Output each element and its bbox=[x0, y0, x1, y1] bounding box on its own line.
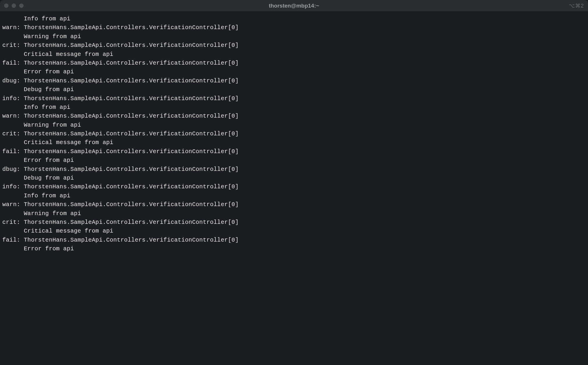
log-prefix: crit: bbox=[2, 42, 24, 49]
log-prefix: warn: bbox=[2, 24, 24, 31]
log-prefix: crit: bbox=[2, 130, 24, 137]
log-text: ThorstenHans.SampleApi.Controllers.Verif… bbox=[24, 201, 239, 208]
log-line: Error from api bbox=[2, 156, 586, 165]
log-line: Info from api bbox=[2, 103, 586, 112]
log-prefix bbox=[2, 157, 24, 164]
log-prefix bbox=[2, 15, 24, 22]
log-prefix: warn: bbox=[2, 113, 24, 119]
titlebar[interactable]: thorsten@mbp14:~ ⌥⌘2 bbox=[0, 0, 588, 12]
terminal-window: thorsten@mbp14:~ ⌥⌘2 Info from apiwarn: … bbox=[0, 0, 588, 365]
log-prefix bbox=[2, 228, 24, 234]
log-line: Critical message from api bbox=[2, 227, 586, 235]
log-text: ThorstenHans.SampleApi.Controllers.Verif… bbox=[24, 95, 239, 102]
log-line: Error from api bbox=[2, 244, 586, 253]
log-prefix bbox=[2, 192, 24, 199]
log-prefix: dbug: bbox=[2, 166, 24, 173]
log-prefix: fail: bbox=[2, 148, 24, 155]
log-line: dbug: ThorstenHans.SampleApi.Controllers… bbox=[2, 77, 586, 85]
log-line: dbug: ThorstenHans.SampleApi.Controllers… bbox=[2, 165, 586, 174]
log-text: ThorstenHans.SampleApi.Controllers.Verif… bbox=[24, 183, 239, 190]
log-text: ThorstenHans.SampleApi.Controllers.Verif… bbox=[24, 219, 239, 226]
log-text: Warning from api bbox=[24, 210, 81, 217]
log-text: Error from api bbox=[24, 157, 74, 164]
log-line: fail: ThorstenHans.SampleApi.Controllers… bbox=[2, 59, 586, 68]
log-prefix: info: bbox=[2, 95, 24, 102]
log-prefix bbox=[2, 122, 24, 128]
log-text: ThorstenHans.SampleApi.Controllers.Verif… bbox=[24, 24, 239, 31]
log-text: Debug from api bbox=[24, 175, 74, 181]
log-text: Critical message from api bbox=[24, 139, 114, 146]
log-line: info: ThorstenHans.SampleApi.Controllers… bbox=[2, 94, 586, 103]
log-text: ThorstenHans.SampleApi.Controllers.Verif… bbox=[24, 130, 239, 137]
log-text: Warning from api bbox=[24, 33, 81, 40]
log-prefix bbox=[2, 68, 24, 75]
log-text: Info from api bbox=[24, 192, 70, 199]
log-line: warn: ThorstenHans.SampleApi.Controllers… bbox=[2, 23, 586, 32]
log-text: ThorstenHans.SampleApi.Controllers.Verif… bbox=[24, 60, 239, 66]
log-prefix: fail: bbox=[2, 60, 24, 66]
log-prefix: dbug: bbox=[2, 77, 24, 84]
log-prefix bbox=[2, 86, 24, 93]
log-prefix bbox=[2, 139, 24, 146]
log-line: Warning from api bbox=[2, 32, 586, 41]
log-line: warn: ThorstenHans.SampleApi.Controllers… bbox=[2, 112, 586, 121]
log-line: Critical message from api bbox=[2, 138, 586, 147]
log-line: crit: ThorstenHans.SampleApi.Controllers… bbox=[2, 218, 586, 227]
log-line: Critical message from api bbox=[2, 50, 586, 59]
log-prefix bbox=[2, 210, 24, 217]
log-line: Warning from api bbox=[2, 209, 586, 218]
log-text: Error from api bbox=[24, 68, 74, 75]
log-text: Error from api bbox=[24, 245, 74, 252]
shortcut-indicator: ⌥⌘2 bbox=[569, 3, 584, 9]
log-prefix: crit: bbox=[2, 219, 24, 226]
log-line: Debug from api bbox=[2, 85, 586, 94]
close-icon[interactable] bbox=[4, 3, 8, 8]
minimize-icon[interactable] bbox=[12, 3, 16, 8]
log-text: ThorstenHans.SampleApi.Controllers.Verif… bbox=[24, 237, 239, 243]
log-text: Info from api bbox=[24, 15, 70, 22]
log-text: Debug from api bbox=[24, 86, 74, 93]
log-prefix bbox=[2, 51, 24, 58]
log-line: Info from api bbox=[2, 15, 586, 23]
log-line: Info from api bbox=[2, 192, 586, 200]
window-title: thorsten@mbp14:~ bbox=[269, 3, 319, 9]
log-text: ThorstenHans.SampleApi.Controllers.Verif… bbox=[24, 166, 239, 173]
log-prefix bbox=[2, 175, 24, 181]
log-line: crit: ThorstenHans.SampleApi.Controllers… bbox=[2, 130, 586, 138]
log-prefix bbox=[2, 33, 24, 40]
log-line: fail: ThorstenHans.SampleApi.Controllers… bbox=[2, 236, 586, 244]
log-text: Critical message from api bbox=[24, 228, 114, 234]
log-prefix bbox=[2, 104, 24, 111]
log-text: Warning from api bbox=[24, 122, 81, 128]
log-line: fail: ThorstenHans.SampleApi.Controllers… bbox=[2, 147, 586, 156]
log-line: Error from api bbox=[2, 68, 586, 76]
log-text: ThorstenHans.SampleApi.Controllers.Verif… bbox=[24, 148, 239, 155]
log-prefix: fail: bbox=[2, 237, 24, 243]
log-text: ThorstenHans.SampleApi.Controllers.Verif… bbox=[24, 113, 239, 119]
log-text: ThorstenHans.SampleApi.Controllers.Verif… bbox=[24, 77, 239, 84]
log-line: Warning from api bbox=[2, 121, 586, 130]
log-text: Info from api bbox=[24, 104, 70, 111]
maximize-icon[interactable] bbox=[19, 3, 24, 8]
log-line: Debug from api bbox=[2, 174, 586, 182]
log-prefix: info: bbox=[2, 183, 24, 190]
log-line: warn: ThorstenHans.SampleApi.Controllers… bbox=[2, 200, 586, 209]
traffic-lights bbox=[4, 3, 24, 8]
terminal-output[interactable]: Info from apiwarn: ThorstenHans.SampleAp… bbox=[0, 12, 588, 365]
log-line: info: ThorstenHans.SampleApi.Controllers… bbox=[2, 182, 586, 191]
log-text: ThorstenHans.SampleApi.Controllers.Verif… bbox=[24, 42, 239, 49]
log-text: Critical message from api bbox=[24, 51, 114, 58]
log-prefix: warn: bbox=[2, 201, 24, 208]
log-line: crit: ThorstenHans.SampleApi.Controllers… bbox=[2, 41, 586, 50]
log-prefix bbox=[2, 245, 24, 252]
